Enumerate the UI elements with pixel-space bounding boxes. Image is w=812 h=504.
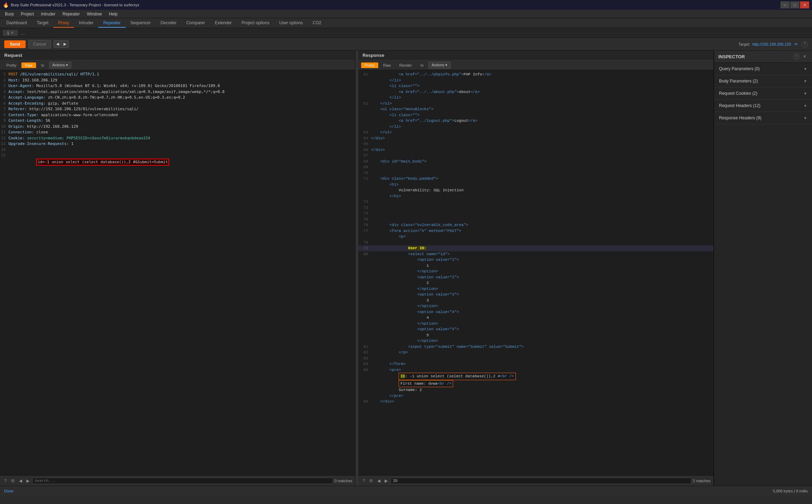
- next-button[interactable]: ▶: [61, 40, 69, 48]
- request-tab-newline[interactable]: \n: [38, 62, 48, 68]
- tab-user-options[interactable]: User options: [274, 18, 308, 28]
- req-line-2: 2 Host: 192.168.206.129: [0, 78, 355, 84]
- tab-proxy[interactable]: Proxy: [53, 18, 74, 28]
- minimize-button[interactable]: ─: [780, 1, 790, 8]
- tab-target[interactable]: Target: [32, 18, 53, 28]
- request-tab-pretty[interactable]: Pretty: [3, 62, 20, 68]
- menu-item-burp[interactable]: Burp: [1, 10, 17, 18]
- tab-decoder[interactable]: Decoder: [156, 18, 181, 28]
- response-panel: Response Pretty Raw Render \n Actions ▾ …: [358, 51, 714, 486]
- resp-line-pre1: ID: -1 union select (select database()),…: [358, 373, 713, 380]
- tab-sequencer[interactable]: Sequencer: [126, 18, 156, 28]
- menu-item-window[interactable]: Window: [83, 10, 105, 18]
- menu-item-project[interactable]: Project: [17, 10, 37, 18]
- inspector-request-cookies-header[interactable]: Request Cookies (2) ▼: [714, 87, 812, 99]
- request-settings-icon[interactable]: ⚙: [9, 478, 16, 484]
- resp-line-80l: 4: [358, 315, 713, 321]
- inspector-request-cookies[interactable]: Request Cookies (2) ▼: [714, 87, 812, 100]
- tab-repeater[interactable]: Repeater: [98, 18, 125, 28]
- request-panel: Request Pretty Raw \n Actions ▾ 1 POST /…: [0, 51, 355, 486]
- repeater-tab-close[interactable]: ✕: [11, 31, 14, 35]
- response-search-prev[interactable]: ◀: [376, 478, 382, 484]
- inspector-request-cookies-label: Request Cookies (2): [719, 91, 757, 96]
- menu-item-help[interactable]: Help: [105, 10, 121, 18]
- response-tab-raw[interactable]: Raw: [380, 62, 394, 68]
- req-line-11: 11 Connection: close: [0, 130, 355, 135]
- repeater-tab-1[interactable]: 1 ✕: [3, 30, 18, 36]
- tab-more[interactable]: ...: [21, 30, 25, 36]
- response-actions-dropdown[interactable]: Actions ▾: [428, 62, 451, 68]
- resp-line-pre3: Surname: 2: [358, 387, 713, 393]
- tab-dashboard[interactable]: Dashboard: [1, 18, 32, 28]
- resp-line-69: 69: [358, 164, 713, 170]
- request-matches: 0 matches: [334, 479, 352, 483]
- inspector-title: INSPECTOR: [718, 54, 745, 59]
- repeater-tab-row: 1 ✕ ...: [0, 28, 812, 38]
- request-help-icon[interactable]: ?: [3, 478, 8, 484]
- req-line-7: 7 Referer: http://192.168.206.129/01/vul…: [0, 106, 355, 112]
- send-button[interactable]: Send: [4, 40, 26, 48]
- inspector-body-params[interactable]: Body Parameters (2) ▼: [714, 75, 812, 87]
- req-line-9: 9 Content-Length: 56: [0, 118, 355, 124]
- status-text: Done: [4, 489, 13, 493]
- target-help-button[interactable]: ?: [801, 41, 808, 47]
- response-help-icon[interactable]: ?: [361, 478, 366, 484]
- resp-line-71b: <h1>: [358, 182, 713, 188]
- response-tab-pretty[interactable]: Pretty: [361, 62, 378, 68]
- response-code: 61 <a href="../../phpinfo.php">PHP Info<…: [358, 70, 713, 406]
- req-line-4: 4 Accept: text/html,application/xhtml+xm…: [0, 89, 355, 95]
- tab-comparer[interactable]: Comparer: [181, 18, 210, 28]
- request-search-input[interactable]: [32, 478, 333, 484]
- inspector-body-params-header[interactable]: Body Parameters (2) ▼: [714, 75, 812, 87]
- close-button[interactable]: ✕: [800, 1, 809, 8]
- inspector-response-headers-header[interactable]: Response Headers (9) ▼: [714, 112, 812, 124]
- response-panel-tabs: Pretty Raw Render \n Actions ▾: [358, 60, 713, 70]
- req-line-14: 14: [0, 147, 355, 153]
- menu-item-intruder[interactable]: Intruder: [38, 10, 59, 18]
- maximize-button[interactable]: □: [790, 1, 799, 8]
- resp-line-80i: 3: [358, 298, 713, 304]
- panel-divider[interactable]: ⋮: [355, 51, 358, 486]
- response-search-input[interactable]: [391, 478, 692, 484]
- inspector-query-params[interactable]: Query Parameters (0) ▼: [714, 63, 812, 75]
- tab-project-options[interactable]: Project options: [237, 18, 274, 28]
- response-content: 61 <a href="../../phpinfo.php">PHP Info<…: [358, 70, 713, 475]
- tab-extender[interactable]: Extender: [210, 18, 237, 28]
- resp-line-62: 62 </ul>: [358, 101, 713, 107]
- inspector-query-params-header[interactable]: Query Parameters (0) ▼: [714, 63, 812, 75]
- tab-intruder[interactable]: Intruder: [74, 18, 98, 28]
- resp-line-65: 65: [358, 141, 713, 147]
- inspector-request-headers-header[interactable]: Request Headers (12) ▼: [714, 100, 812, 112]
- resp-line-80d: </option>: [358, 268, 713, 274]
- request-actions-dropdown[interactable]: Actions ▾: [49, 62, 71, 68]
- menu-item-repeater[interactable]: Repeater: [59, 10, 83, 18]
- resp-line-68: 68 <div id="main_body">: [358, 159, 713, 165]
- prev-button[interactable]: ◀: [54, 40, 61, 48]
- resp-line-80: 80 <select name="id">: [358, 251, 713, 257]
- response-search-next[interactable]: ▶: [383, 478, 389, 484]
- response-tab-render[interactable]: Render: [396, 62, 415, 68]
- inspector-request-headers[interactable]: Request Headers (12) ▼: [714, 100, 812, 112]
- inspector-help-button[interactable]: ?: [793, 53, 799, 60]
- tab-co2[interactable]: CO2: [308, 18, 326, 28]
- resp-line-80o: 5: [358, 332, 713, 338]
- cancel-button[interactable]: Cancel: [28, 40, 51, 48]
- request-panel-header: Request: [0, 51, 355, 60]
- nav-buttons: ◀ ▶: [54, 40, 69, 48]
- req-line-5: 5 Accept-Language: zh-CN,zh;q=0.8,zh-TW;…: [0, 95, 355, 101]
- inspector-controls: ? ✕: [793, 53, 808, 60]
- resp-line-62d: <a href="../logout.php">Logout</a>: [358, 118, 713, 124]
- resp-line-79: 79 User ID:: [358, 245, 713, 251]
- inspector-close-button[interactable]: ✕: [801, 53, 808, 60]
- resp-line-80m: </option>: [358, 321, 713, 327]
- response-settings-icon[interactable]: ⚙: [368, 478, 374, 484]
- response-tab-newline[interactable]: \n: [417, 62, 427, 68]
- resp-line-80g: </option>: [358, 286, 713, 292]
- request-tab-raw[interactable]: Raw: [21, 62, 36, 68]
- request-search-prev[interactable]: ◀: [18, 478, 24, 484]
- resp-line-80e: <option value="2">: [358, 274, 713, 280]
- request-search-next[interactable]: ▶: [25, 478, 31, 484]
- resp-line-72: 72: [358, 199, 713, 205]
- inspector-response-headers[interactable]: Response Headers (9) ▼: [714, 112, 812, 124]
- edit-target-button[interactable]: ✏: [793, 41, 799, 47]
